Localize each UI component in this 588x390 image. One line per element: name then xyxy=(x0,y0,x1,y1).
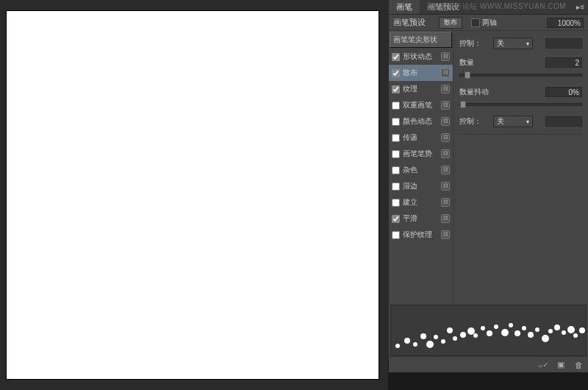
option-checkbox[interactable] xyxy=(392,85,400,93)
preview-dot xyxy=(426,341,434,348)
preview-dot xyxy=(404,338,410,344)
canvas[interactable] xyxy=(6,10,379,380)
option-6[interactable]: 画笔笔势 ⊟ xyxy=(389,146,453,162)
option-checkbox[interactable] xyxy=(392,231,400,239)
panel-menu-icon[interactable]: ▸≡ xyxy=(573,3,588,11)
jitter-label: 数量抖动 xyxy=(459,87,493,97)
option-2[interactable]: 纹理 ⊟ xyxy=(389,81,453,97)
preview-dot xyxy=(434,335,438,339)
option-checkbox[interactable] xyxy=(392,199,400,207)
control1-value: 关 xyxy=(497,38,504,49)
option-checkbox[interactable] xyxy=(392,215,400,223)
preset-thumb[interactable]: 散布 xyxy=(439,17,462,29)
control2-field[interactable] xyxy=(545,116,582,127)
chevron-down-icon: ▾ xyxy=(526,40,529,47)
option-3[interactable]: 双重画笔 ⊟ xyxy=(389,97,453,113)
panel-tabs: 画笔 画笔预设 ▸≡ xyxy=(389,0,588,15)
preview-dot xyxy=(420,333,426,339)
option-checkbox[interactable] xyxy=(392,69,400,77)
lock-icon[interactable]: ⊟ xyxy=(441,149,450,158)
control1-field[interactable] xyxy=(545,38,582,49)
count-slider[interactable] xyxy=(459,74,582,77)
preview-dot xyxy=(487,330,492,336)
lock-icon[interactable]: ⊟ xyxy=(441,182,450,191)
option-checkbox[interactable] xyxy=(392,118,400,126)
option-label: 传递 xyxy=(403,132,441,143)
lock-icon[interactable]: ⊟ xyxy=(441,52,450,61)
preview-dot xyxy=(522,326,526,330)
option-1[interactable]: 散布 ⊟ xyxy=(389,65,453,81)
zoom-input[interactable]: 1000% xyxy=(547,18,584,28)
preview-dot xyxy=(548,329,553,333)
lock-icon[interactable]: ⊟ xyxy=(441,214,450,223)
option-7[interactable]: 杂色 ⊟ xyxy=(389,162,453,178)
option-4[interactable]: 颜色动态 ⊟ xyxy=(389,113,453,130)
preset-row: 画笔预设 散布 两轴 1000% xyxy=(389,15,588,31)
tab-brush[interactable]: 画笔 xyxy=(389,0,420,14)
control1-select[interactable]: 关 ▾ xyxy=(493,38,533,49)
preview-dot xyxy=(579,327,585,333)
canvas-area xyxy=(0,0,388,390)
preset-label: 画笔预设 xyxy=(393,17,436,28)
preview-dot xyxy=(481,326,485,330)
control1-label: 控制： xyxy=(459,38,493,49)
preview-dot xyxy=(528,332,534,338)
option-checkbox[interactable] xyxy=(392,102,400,110)
preview-dot xyxy=(494,325,498,329)
lock-icon[interactable]: ⊟ xyxy=(441,133,450,142)
option-checkbox[interactable] xyxy=(392,182,400,191)
preview-dot xyxy=(573,333,578,338)
option-checkbox[interactable] xyxy=(392,166,400,174)
option-label: 建立 xyxy=(403,197,441,208)
lock-icon[interactable]: ⊟ xyxy=(441,166,450,174)
preview-dot xyxy=(395,344,400,348)
option-10[interactable]: 平滑 ⊟ xyxy=(389,210,453,227)
option-label: 双重画笔 xyxy=(403,100,441,110)
settings-area: 控制： 关 ▾ 数量 2 数量抖动 0% 控制： xyxy=(453,31,588,303)
option-label: 形状动态 xyxy=(403,52,441,62)
jitter-slider[interactable] xyxy=(459,103,582,106)
option-list: 画笔笔尖形状 形状动态 ⊟ 散布 ⊟ 纹理 ⊟ 双重画笔 ⊟ 颜色动态 ⊟ 传递… xyxy=(389,31,453,303)
brush-preview xyxy=(390,305,587,356)
option-label: 纹理 xyxy=(403,84,441,94)
lock-icon[interactable]: ⊟ xyxy=(441,68,450,77)
lock-icon[interactable]: ⊟ xyxy=(441,198,450,207)
option-label: 散布 xyxy=(403,68,441,78)
option-checkbox[interactable] xyxy=(392,150,400,158)
divider xyxy=(459,134,582,135)
both-axes-toggle[interactable]: 两轴 xyxy=(471,18,497,28)
lock-icon[interactable]: ⊟ xyxy=(441,230,450,239)
preview-dot xyxy=(562,330,566,335)
preview-dot xyxy=(535,327,539,332)
lock-icon[interactable]: ⊟ xyxy=(441,101,450,110)
option-5[interactable]: 传递 ⊟ xyxy=(389,130,453,146)
preview-dot xyxy=(441,339,445,344)
lock-icon[interactable]: ⊟ xyxy=(441,117,450,126)
control2-select[interactable]: 关 ▾ xyxy=(493,116,533,127)
lock-icon[interactable]: ⊟ xyxy=(441,85,450,93)
toggle-preview-icon[interactable]: ⌵✓ xyxy=(538,360,548,370)
option-header[interactable]: 画笔笔尖形状 xyxy=(390,32,452,48)
option-checkbox[interactable] xyxy=(392,53,400,61)
trash-icon[interactable]: 🗑 xyxy=(573,360,584,370)
option-11[interactable]: 保护纹理 ⊟ xyxy=(389,227,453,243)
option-8[interactable]: 湿边 ⊟ xyxy=(389,178,453,194)
brush-panel: 思缘设计论坛 WWW.MISSYUAN.COM 画笔 画笔预设 ▸≡ 画笔预设 … xyxy=(388,0,588,361)
flip-icon xyxy=(471,18,480,27)
preview-dot xyxy=(473,333,478,338)
jitter-input[interactable]: 0% xyxy=(545,87,582,97)
preview-dot xyxy=(453,336,457,341)
option-checkbox[interactable] xyxy=(392,134,400,142)
new-preset-icon[interactable]: ▣ xyxy=(556,360,566,370)
option-label: 颜色动态 xyxy=(403,116,441,127)
option-label: 画笔笔势 xyxy=(403,149,441,159)
option-9[interactable]: 建立 ⊟ xyxy=(389,194,453,210)
option-0[interactable]: 形状动态 ⊟ xyxy=(389,49,453,65)
preview-dot xyxy=(542,335,549,342)
count-input[interactable]: 2 xyxy=(545,57,582,68)
preview-dot xyxy=(567,326,575,333)
tab-brush-preset[interactable]: 画笔预设 xyxy=(420,0,467,14)
chevron-down-icon: ▾ xyxy=(526,118,529,125)
both-axes-label: 两轴 xyxy=(482,18,497,28)
preview-dot xyxy=(554,325,560,330)
